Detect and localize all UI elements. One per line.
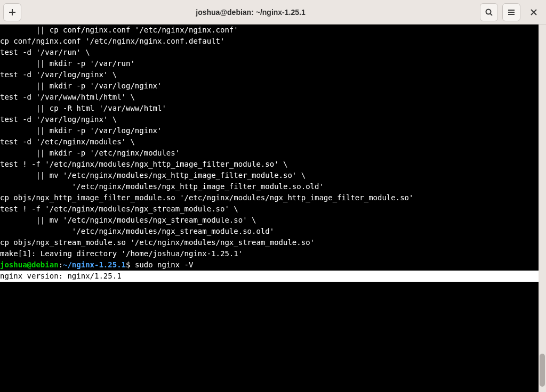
output-line: cp objs/ngx_http_image_filter_module.so … xyxy=(0,193,413,202)
svg-rect-3 xyxy=(508,12,515,13)
close-button[interactable] xyxy=(525,3,543,21)
output-line: cp objs/ngx_stream_module.so '/etc/nginx… xyxy=(0,238,315,247)
output-line: make[1]: Leaving directory '/home/joshua… xyxy=(0,249,243,258)
output-line: '/etc/nginx/modules/ngx_http_image_filte… xyxy=(0,182,324,191)
output-line: test -d '/var/log/nginx' \ xyxy=(0,115,117,124)
new-tab-button[interactable] xyxy=(3,3,21,21)
svg-line-1 xyxy=(491,13,493,15)
hamburger-icon xyxy=(507,8,516,17)
output-line: test ! -f '/etc/nginx/modules/ngx_stream… xyxy=(0,205,238,213)
output-line: || mkdir -p '/var/log/nginx' xyxy=(0,126,162,135)
output-line: || mkdir -p '/var/log/nginx' xyxy=(0,81,162,90)
command-text: sudo nginx -V xyxy=(130,260,193,269)
plus-icon xyxy=(8,8,17,17)
prompt-user-host: joshua@debian xyxy=(0,260,59,269)
output-line: test -d '/etc/nginx/modules' \ xyxy=(0,137,135,146)
scrollbar-thumb[interactable] xyxy=(540,354,545,387)
svg-rect-4 xyxy=(508,14,515,15)
output-line: || mv '/etc/nginx/modules/ngx_stream_mod… xyxy=(0,216,256,224)
terminal-wrapper: || cp conf/nginx.conf '/etc/nginx/nginx.… xyxy=(0,24,546,392)
output-line: || cp -R html '/var/www/html' xyxy=(0,104,166,112)
terminal[interactable]: || cp conf/nginx.conf '/etc/nginx/nginx.… xyxy=(0,24,539,392)
window-title: joshua@debian: ~/nginx-1.25.1 xyxy=(21,8,480,17)
output-line: test -d '/var/www/html/html' \ xyxy=(0,93,135,101)
titlebar-right xyxy=(480,3,543,21)
output-line: || mv '/etc/nginx/modules/ngx_http_image… xyxy=(0,171,306,179)
svg-rect-2 xyxy=(508,10,515,11)
output-line: test -d '/var/log/nginx' \ xyxy=(0,70,117,79)
close-icon xyxy=(531,9,537,15)
output-line: || mkdir -p '/var/run' xyxy=(0,59,135,68)
scrollbar-track[interactable] xyxy=(539,24,546,392)
search-button[interactable] xyxy=(480,3,498,21)
prompt-separator: : xyxy=(59,260,63,269)
output-line: || mkdir -p '/etc/nginx/modules' xyxy=(0,149,180,157)
output-line: cp conf/nginx.conf '/etc/nginx/nginx.con… xyxy=(0,37,224,45)
menu-button[interactable] xyxy=(502,3,520,21)
output-line: '/etc/nginx/modules/ngx_stream_module.so… xyxy=(0,227,274,235)
output-line: || cp conf/nginx.conf '/etc/nginx/nginx.… xyxy=(0,26,238,34)
titlebar: joshua@debian: ~/nginx-1.25.1 xyxy=(0,0,546,24)
prompt-path: ~/nginx-1.25.1 xyxy=(63,260,126,269)
output-line: test ! -f '/etc/nginx/modules/ngx_http_i… xyxy=(0,160,287,168)
svg-point-0 xyxy=(486,9,491,14)
version-line: nginx version: nginx/1.25.1 xyxy=(0,271,539,282)
output-line: test -d '/var/run' \ xyxy=(0,48,90,56)
search-icon xyxy=(485,8,493,17)
